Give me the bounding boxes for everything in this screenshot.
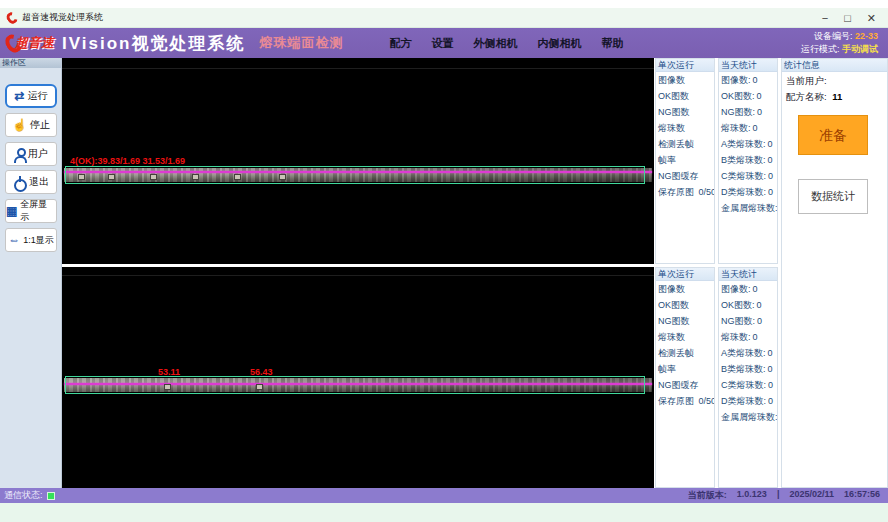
stat-row: A类熔珠数:0 [719,345,777,361]
product-title: IVision视觉处理系统 [62,32,245,55]
fullscreen-grid-icon: ▦ [6,205,17,217]
daily-stats-bottom: 当天统计 图像数:0 OK图数:0 NG图数:0 熔珠数:0 A类熔珠数:0 B… [718,267,778,488]
fullscreen-button[interactable]: ▦ 全屏显示 [5,199,57,223]
window-title: 超音速视觉处理系统 [22,11,103,24]
run-button-label: 运行 [28,89,48,103]
status-separator: | [777,489,780,502]
camera-view-inner: 53.11 56.43 [62,267,654,488]
user-button-label: 用户 [28,147,48,161]
daily-stats-header: 当天统计 [719,268,777,281]
stat-row: 帧率 [656,361,714,377]
single-run-header: 单次运行 [656,268,714,281]
measurement-annotation: 53.11 [158,367,180,377]
current-user-row: 当前用户: [782,72,887,88]
stat-row: 熔珠数:0 [719,120,777,136]
single-run-header: 单次运行 [656,59,714,72]
stat-row: NG图数 [656,313,714,329]
run-mode-value: 手动调试 [842,44,878,54]
info-panel-header: 统计信息 [782,59,887,72]
current-user-label: 当前用户: [786,75,827,86]
version-value: 1.0.123 [737,489,767,502]
menu-item-inner-camera[interactable]: 内侧相机 [537,36,581,51]
user-icon [14,148,25,161]
version-label: 当前版本: [688,489,727,502]
stat-row: 图像数:0 [719,72,777,88]
stat-row: B类熔珠数:0 [719,152,777,168]
stat-row: 图像数 [656,281,714,297]
stat-row: NG图数:0 [719,313,777,329]
measurement-annotation: 4(OK):39.83/1.69 31.53/1.69 [70,156,185,166]
status-bar: 通信状态: 当前版本: 1.0.123 | 2025/02/11 16:57:5… [0,488,888,503]
project-subtitle: 熔珠端面检测 [259,34,343,52]
exit-button[interactable]: 退出 [5,170,57,194]
main-menu: 配方 设置 外侧相机 内侧相机 帮助 [389,36,623,51]
stop-button-label: 停止 [30,118,50,132]
status-date: 2025/02/11 [789,489,834,502]
menu-item-outer-camera[interactable]: 外侧相机 [473,36,517,51]
status-time: 16:57:56 [844,489,880,502]
hand-stop-icon: ☝ [12,119,27,131]
one-to-one-button-label: 1:1显示 [23,234,54,247]
data-statistics-button[interactable]: 数据统计 [798,179,868,214]
stat-row: 熔珠数 [656,120,714,136]
stat-row: NG图缓存 [656,168,714,184]
stat-row: OK图数:0 [719,88,777,104]
daily-stats-top: 当天统计 图像数:0 OK图数:0 NG图数:0 熔珠数:0 A类熔珠数:0 B… [718,58,778,264]
os-titlebar: 超音速视觉处理系统 − □ ✕ [0,8,888,28]
app-window: 超音速视觉处理系统 − □ ✕ 超音速 IVision视觉处理系统 熔珠端面检测… [0,0,888,522]
window-controls: − □ ✕ [822,8,888,28]
brand-logo: 超音速 [6,34,54,53]
menu-item-help[interactable]: 帮助 [601,36,623,51]
stat-row: NG图缓存 [656,377,714,393]
menu-item-recipe[interactable]: 配方 [389,36,411,51]
stat-row: 金属屑熔珠数:0 [719,200,777,216]
stat-row: 保存原图 0/500 [656,393,714,409]
close-button[interactable]: ✕ [867,8,876,28]
stop-button[interactable]: ☝ 停止 [5,113,57,137]
save-value: 0/500 [699,187,715,197]
stat-row: D类熔珠数:0 [719,393,777,409]
save-label: 保存原图 [658,187,694,197]
camera-frame-edge [62,68,654,69]
menu-item-settings[interactable]: 设置 [431,36,453,51]
stat-row: C类熔珠数:0 [719,168,777,184]
save-value: 0/500 [699,396,715,406]
stat-row: NG图数 [656,104,714,120]
stat-row: OK图数 [656,297,714,313]
statistics-info-panel: 统计信息 当前用户: 配方名称: 11 准备 数据统计 [781,58,888,488]
recipe-name-value: 11 [832,91,842,102]
measurement-annotation: 56.43 [250,367,273,377]
device-id-label: 设备编号: [814,31,853,41]
run-button[interactable]: ⇄ 运行 [5,84,57,108]
camera-view-outer: 4(OK):39.83/1.69 31.53/1.69 [62,58,654,264]
stat-row: 图像数:0 [719,281,777,297]
prepare-button[interactable]: 准备 [798,115,868,155]
fullscreen-button-label: 全屏显示 [20,198,56,224]
exit-button-label: 退出 [29,175,49,189]
save-label: 保存原图 [658,396,694,406]
desktop-background [0,503,888,522]
user-button[interactable]: 用户 [5,142,57,166]
single-run-stats-bottom: 单次运行 图像数 OK图数 NG图数 熔珠数 检测丢帧 帧率 NG图缓存 保存原… [655,267,715,488]
stat-row: 熔珠数 [656,329,714,345]
comm-status-label: 通信状态: [4,489,43,502]
stat-row: OK图数 [656,88,714,104]
camera-frame-edge [62,275,654,276]
power-icon [13,176,26,189]
status-right: 当前版本: 1.0.123 | 2025/02/11 16:57:56 [688,489,888,502]
operation-sidebar: 操作区 ⇄ 运行 ☝ 停止 用户 退出 ▦ 全屏显示 ⇔ 1:1显示 [0,58,62,488]
sidebar-title: 操作区 [0,58,61,68]
stat-row: 金属屑熔珠数:0 [719,409,777,425]
stat-row: A类熔珠数:0 [719,136,777,152]
stat-row: 熔珠数:0 [719,329,777,345]
maximize-button[interactable]: □ [844,8,851,28]
stat-row: 检测丢帧 [656,345,714,361]
stat-row: OK图数:0 [719,297,777,313]
minimize-button[interactable]: − [822,8,828,28]
app-logo-icon [4,10,19,26]
one-to-one-button[interactable]: ⇔ 1:1显示 [5,228,57,252]
run-cycle-icon: ⇄ [14,90,24,102]
recipe-name-row: 配方名称: 11 [782,88,887,104]
run-mode-label: 运行模式: [801,44,840,54]
single-run-stats-top: 单次运行 图像数 OK图数 NG图数 熔珠数 检测丢帧 帧率 NG图缓存 保存原… [655,58,715,264]
